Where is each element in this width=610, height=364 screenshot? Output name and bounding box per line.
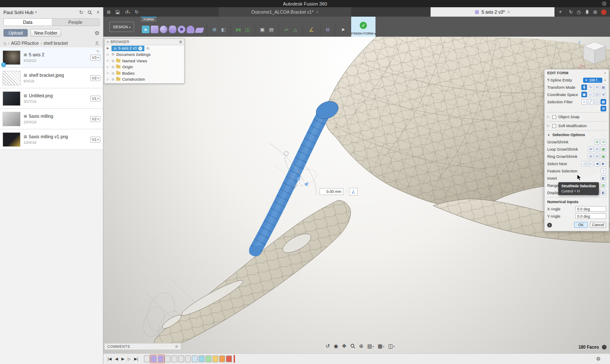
collapse-browser-icon[interactable]: « — [107, 40, 109, 44]
timeline-play-icon[interactable]: ▶ — [121, 357, 124, 361]
smooth-display-icon[interactable]: ◧ — [601, 190, 606, 195]
timeline-feature[interactable] — [192, 355, 198, 362]
members-icon[interactable] — [94, 41, 100, 46]
version-selector[interactable]: V2▾ — [90, 116, 100, 122]
list-item[interactable]: ▦shelf bracket.jpeg 9/4/19 V2▾ — [0, 68, 103, 88]
zoom-icon[interactable] — [350, 344, 355, 349]
timeline-position-marker[interactable] — [234, 355, 235, 363]
timeline-skip-end-icon[interactable]: ▶| — [134, 357, 138, 361]
version-selector[interactable]: V3▾ — [90, 55, 100, 61]
selection-options-section[interactable]: ▼ Selection Options — [545, 131, 609, 138]
upload-button[interactable]: Upload — [3, 29, 28, 37]
create-torus-icon[interactable] — [178, 26, 185, 33]
face-filter-icon[interactable]: ▢ — [594, 99, 600, 105]
expand-arrow-icon[interactable]: ▶ — [107, 47, 110, 50]
timeline-step-back-icon[interactable]: ◀ — [115, 357, 118, 361]
repair-body-icon[interactable]: ▤ — [267, 26, 275, 33]
timeline-feature[interactable] — [226, 355, 232, 362]
timeline-feature[interactable] — [164, 355, 170, 362]
finish-form-menu[interactable]: FINISH FORM▾ — [351, 30, 375, 37]
ring-all-icon[interactable]: ▦ — [601, 154, 606, 159]
menubar-status-icon[interactable] — [602, 1, 607, 6]
timeline-feature[interactable] — [158, 355, 164, 362]
pan-icon[interactable]: ✥​ — [342, 343, 346, 349]
visibility-icon[interactable]: ◎ — [114, 47, 117, 50]
body-filter-icon[interactable]: ▦ — [601, 99, 606, 105]
insert-mesh-icon[interactable]: ⊟ — [324, 26, 331, 33]
all-filter-icon[interactable]: ⊞ — [601, 106, 606, 111]
object-snap-section[interactable]: ▷ Object Snap — [545, 114, 609, 120]
expand-arrow-icon[interactable]: ▷ — [107, 78, 110, 81]
select-cursor-icon[interactable]: ➤ — [339, 26, 347, 33]
soft-modification-section[interactable]: ▷ Soft Modification — [545, 122, 609, 129]
ok-button[interactable]: OK — [574, 222, 588, 228]
t-spline-entity-value[interactable]: ➤ 180 f... — [583, 78, 602, 83]
grid-settings-icon[interactable]: ▦▾ — [378, 343, 384, 349]
timeline-feature[interactable] — [185, 355, 191, 362]
select-prev-alt-icon[interactable]: ◀ — [594, 161, 600, 166]
browser-root-row[interactable]: ▶ ◎ 5 axis 2 v3 ↻ ⊙ — [105, 45, 184, 52]
timeline-settings-gear-icon[interactable]: ⚙ — [596, 356, 601, 362]
viewports-icon[interactable]: ◫▾ — [388, 343, 394, 349]
tab-data[interactable]: Data — [4, 19, 52, 26]
version-selector[interactable]: V1▾ — [90, 96, 100, 102]
loop-all-icon[interactable]: ▦ — [601, 146, 606, 152]
tspline-model[interactable] — [103, 37, 610, 364]
translate-mode-icon[interactable]: ╋ — [581, 84, 587, 90]
timeline-feature[interactable] — [199, 355, 205, 362]
history-icon[interactable]: ◷ — [577, 9, 581, 15]
vertex-filter-icon[interactable]: • — [581, 99, 587, 105]
version-selector[interactable]: V1▾ — [90, 137, 100, 143]
visibility-icon[interactable]: ◎ — [111, 71, 114, 75]
create-sphere-icon[interactable] — [160, 26, 167, 33]
model-left-arms[interactable] — [155, 201, 351, 347]
view-space-icon[interactable]: ◇ — [588, 92, 593, 97]
close-panel-icon[interactable]: × — [97, 9, 100, 15]
version-selector[interactable]: V2▾ — [90, 75, 100, 81]
expand-arrow-icon[interactable]: ▷ — [107, 53, 110, 56]
timeline-step-forward-icon[interactable]: ▷ — [128, 357, 131, 361]
cancel-button[interactable]: Cancel — [590, 222, 606, 228]
browser-node[interactable]: ▷ ⚙ Document Settings — [105, 52, 184, 58]
object-snap-checkbox[interactable] — [552, 115, 556, 119]
hub-selector[interactable]: Paul Sohi Hub▾ — [3, 10, 37, 15]
local-space-icon[interactable]: ◳ — [594, 92, 600, 97]
expand-arrow-icon[interactable]: ▷ — [107, 65, 110, 69]
timeline-feature[interactable] — [171, 355, 177, 362]
timeline-feature[interactable] — [219, 355, 225, 362]
new-tab-icon[interactable]: + — [559, 9, 562, 15]
save-icon[interactable] — [115, 10, 120, 15]
notifications-bell-icon[interactable] — [585, 9, 589, 15]
selection-set-icon[interactable] — [602, 345, 607, 349]
circular-symmetry-icon[interactable]: ◫ — [243, 26, 251, 33]
expand-arrow-icon[interactable]: ▷ — [547, 115, 550, 119]
grow-icon[interactable]: ⊞ — [594, 139, 600, 145]
loop-shrink-icon[interactable]: ⊟ — [594, 146, 600, 152]
tab-people[interactable]: People — [52, 19, 100, 26]
tab-close-icon[interactable]: × — [507, 10, 510, 15]
expand-arrow-icon[interactable]: ▷ — [107, 59, 110, 62]
drag-handle-icon[interactable]: ⋮ — [344, 190, 348, 194]
expand-arrow-icon[interactable]: ▷ — [547, 124, 550, 128]
edge-filter-icon[interactable]: ╱ — [588, 99, 593, 105]
create-quadball-icon[interactable] — [187, 26, 194, 33]
expand-arrow-icon[interactable]: ▷ — [107, 71, 110, 75]
rotate-mode-icon[interactable]: ↻ — [588, 84, 593, 90]
fit-icon[interactable]: ⊕ — [359, 343, 364, 349]
breadcrumb-folder[interactable]: shelf bracket — [44, 41, 68, 46]
visibility-icon[interactable]: ◎ — [111, 77, 114, 81]
timeline-feature[interactable] — [205, 355, 211, 362]
construct-plane-icon[interactable]: ▱ — [282, 26, 290, 33]
ring-shrink-icon[interactable]: ⊟ — [594, 154, 600, 159]
panel-settings-gear-icon[interactable]: ⚙ — [94, 30, 100, 36]
new-folder-button[interactable]: New Folder — [30, 29, 61, 37]
clear-selection-icon[interactable]: × — [604, 78, 606, 82]
y-angle-input[interactable] — [575, 213, 606, 219]
apps-grid-icon[interactable]: ⊞ — [593, 9, 597, 15]
measure-icon[interactable]: ∠ — [308, 26, 315, 33]
select-next-icon[interactable]: ▷ — [588, 161, 593, 166]
scale-mode-icon[interactable]: ⊟ — [594, 84, 600, 90]
redo-icon[interactable]: ↻ — [135, 9, 138, 15]
browser-node[interactable]: ▷ ◎ Bodies — [105, 70, 184, 76]
loop-grow-icon[interactable]: ⊞ — [588, 146, 593, 152]
